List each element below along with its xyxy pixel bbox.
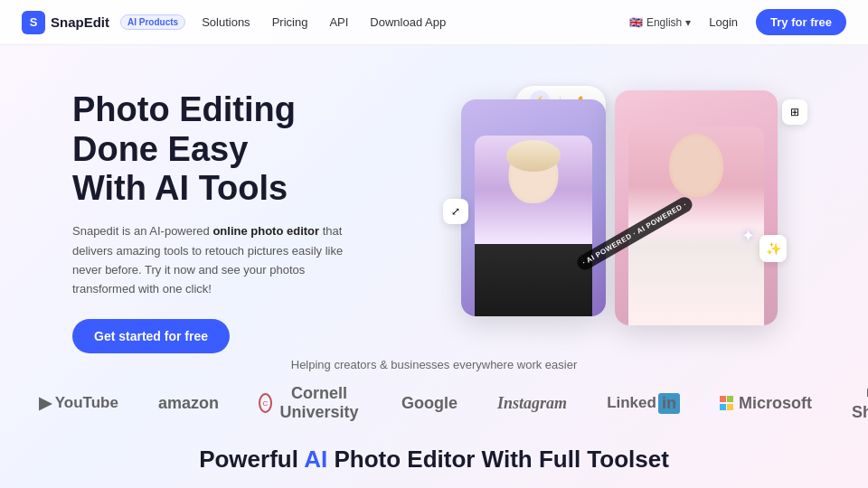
hero-title: Photo Editing Done Easy With AI Tools bbox=[72, 90, 416, 209]
microsoft-grid-icon bbox=[720, 396, 734, 410]
ms-sq-yellow bbox=[727, 404, 733, 410]
cornell-label: Cornell University bbox=[277, 384, 362, 422]
nav-link-download[interactable]: Download App bbox=[361, 11, 455, 33]
login-button[interactable]: Login bbox=[700, 11, 747, 33]
logos-row: Tok ▶ YouTube amazon C Cornell Universit… bbox=[0, 384, 868, 422]
navigation: S SnapEdit AI Products Solutions Pricing… bbox=[0, 0, 868, 45]
bottom-prefix: Powerful bbox=[199, 446, 304, 473]
youtube-icon: ▶ bbox=[39, 393, 52, 413]
hero-description: Snapedit is an AI-powered online photo e… bbox=[72, 221, 362, 299]
expand-button-right[interactable]: ⊞ bbox=[782, 99, 807, 125]
lang-label: English bbox=[646, 16, 682, 29]
youtube-label: YouTube bbox=[55, 394, 118, 412]
bottom-ai-text: AI bbox=[304, 446, 327, 473]
hero-left: Photo Editing Done Easy With AI Tools Sn… bbox=[72, 81, 416, 353]
nav-links: Solutions Pricing API Download App bbox=[193, 11, 455, 33]
sparkle-icon: ✦ bbox=[741, 226, 755, 246]
language-selector[interactable]: 🇬🇧 English ▾ bbox=[629, 16, 691, 29]
hero-image-area: ⚡ Auto AI ✋ Manual ⤢ ⊞ · AI POWERED · AI… bbox=[434, 81, 814, 361]
instagram-label: Instagram bbox=[497, 394, 567, 413]
chevron-down-icon: ▾ bbox=[685, 16, 691, 29]
ms-sq-green bbox=[727, 396, 733, 402]
microsoft-label: Microsoft bbox=[739, 394, 812, 413]
logo-microsoft: Microsoft bbox=[700, 394, 832, 413]
logo-amazon: amazon bbox=[138, 394, 239, 413]
logo[interactable]: S SnapEdit bbox=[22, 11, 109, 34]
image-card-right bbox=[615, 90, 778, 325]
nav-link-solutions[interactable]: Solutions bbox=[193, 11, 259, 33]
linkedin-label: Linked bbox=[607, 394, 656, 412]
ms-sq-red bbox=[720, 396, 726, 402]
hero-title-line3: With AI Tools bbox=[72, 169, 288, 207]
image-card-left bbox=[461, 99, 606, 316]
logo-tiktok: Tok bbox=[0, 394, 19, 413]
nav-link-api[interactable]: API bbox=[320, 11, 357, 33]
logo-linkedin: Linked in bbox=[587, 393, 700, 414]
nav-right: 🇬🇧 English ▾ Login Try for free bbox=[629, 9, 846, 35]
logo-instagram: Instagram bbox=[477, 394, 587, 413]
flag-icon: 🇬🇧 bbox=[629, 16, 643, 29]
logo-youtube: ▶ YouTube bbox=[19, 393, 138, 413]
nav-badge[interactable]: AI Products bbox=[120, 14, 185, 30]
logo-text: SnapEdit bbox=[51, 14, 109, 30]
bottom-suffix: Photo Editor With Full Toolset bbox=[334, 446, 668, 473]
magic-wand-button[interactable]: ✨ bbox=[760, 235, 787, 262]
logo-cornell: C Cornell University bbox=[239, 384, 382, 422]
logo-shopify: 🛍 Shopi bbox=[832, 384, 868, 422]
bottom-section: Powerful AI Photo Editor With Full Tools… bbox=[0, 433, 868, 474]
ms-sq-blue bbox=[720, 404, 726, 410]
cornell-seal-icon: C bbox=[259, 393, 272, 413]
linkedin-box-icon: in bbox=[658, 393, 680, 414]
hero-title-line1: Photo Editing bbox=[72, 90, 296, 128]
logo-google: Google bbox=[382, 394, 477, 413]
expand-button-left[interactable]: ⤢ bbox=[443, 199, 468, 224]
person-left-silhouette bbox=[475, 136, 592, 316]
hero-title-line2: Done Easy bbox=[72, 130, 248, 168]
shopify-label: 🛍 Shopi bbox=[852, 384, 868, 422]
hero-section: Photo Editing Done Easy With AI Tools Sn… bbox=[0, 45, 868, 343]
bottom-title: Powerful AI Photo Editor With Full Tools… bbox=[0, 446, 868, 474]
cta-button[interactable]: Get started for free bbox=[72, 319, 230, 353]
logo-icon: S bbox=[22, 11, 45, 34]
try-free-button[interactable]: Try for free bbox=[756, 9, 846, 35]
nav-link-pricing[interactable]: Pricing bbox=[263, 11, 317, 33]
